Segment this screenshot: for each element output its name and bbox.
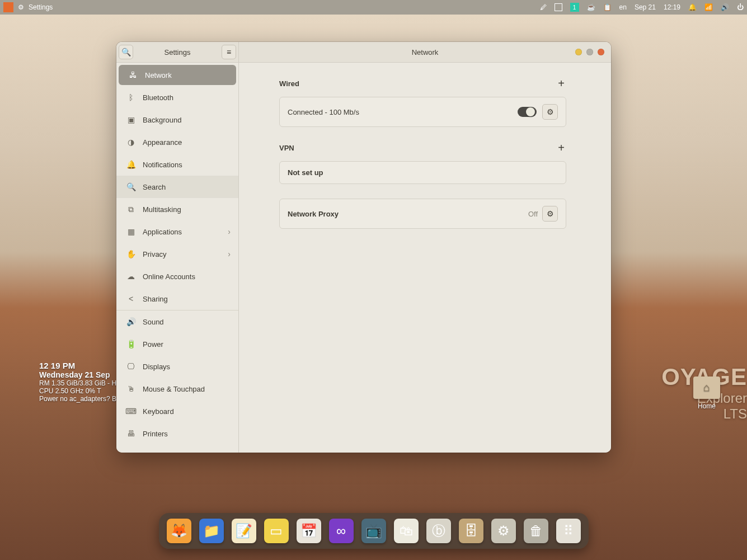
sidebar-item-label: Notifications xyxy=(143,161,182,169)
sidebar-item-bluetooth[interactable]: ᛒBluetooth xyxy=(116,86,238,109)
panel-app-label[interactable]: Settings xyxy=(29,3,53,11)
sidebar-item-label: Bluetooth xyxy=(143,93,173,102)
dock-app-software[interactable]: 🛍 xyxy=(394,519,419,543)
dock-app-videos[interactable]: 📺 xyxy=(361,519,386,543)
dock-app-trash[interactable]: 🗑 xyxy=(524,519,548,543)
sidebar-header: 🔍 Settings ≡ xyxy=(116,42,238,63)
sidebar-item-label: Sound xyxy=(143,318,164,326)
wired-add-button[interactable]: + xyxy=(556,77,566,90)
sidebar-item-label: Network xyxy=(145,71,172,79)
privacy-icon: ✋ xyxy=(126,250,136,258)
wired-toggle[interactable] xyxy=(518,107,537,117)
power-icon[interactable]: ⏻ xyxy=(737,3,744,11)
sidebar-item-keyboard[interactable]: ⌨Keyboard xyxy=(116,400,238,422)
panel-time[interactable]: 12:19 xyxy=(664,3,680,11)
multitasking-icon: ⧉ xyxy=(126,205,136,214)
gear-icon: ⚙ xyxy=(547,107,554,116)
online-accounts-icon: ☁ xyxy=(126,272,136,281)
sidebar-item-appearance[interactable]: ◑Appearance xyxy=(116,131,238,153)
keyboard-lang[interactable]: en xyxy=(619,3,627,11)
settings-sidebar: 🔍 Settings ≡ 🖧NetworkᛒBluetooth▣Backgrou… xyxy=(116,42,239,453)
wired-status-label: Connected - 100 Mb/s xyxy=(288,108,518,116)
dock-app-apps[interactable]: ⠿ xyxy=(556,519,581,543)
dock-app-archive[interactable]: 🗄 xyxy=(459,519,483,543)
dock: 🦊📁📝▭📅∞📺🛍ⓑ🗄⚙🗑⠿ xyxy=(159,513,589,549)
screenshot-icon[interactable] xyxy=(555,3,562,11)
sidebar-item-network[interactable]: 🖧Network xyxy=(119,65,236,85)
widget-time: 12 19 PM xyxy=(39,361,122,370)
printers-icon: 🖶 xyxy=(126,429,136,438)
caffeine-icon[interactable]: ☕ xyxy=(587,3,595,11)
search-icon: 🔍 xyxy=(126,182,136,191)
volume-icon[interactable]: 🔊 xyxy=(721,3,729,11)
main-title: Network xyxy=(412,48,439,57)
chevron-right-icon: › xyxy=(228,250,231,258)
sidebar-item-multitasking[interactable]: ⧉Multitasking xyxy=(116,198,238,220)
clipboard-icon[interactable]: 📋 xyxy=(603,3,612,11)
widget-power: Power no ac_adapters? Bat xyxy=(39,395,122,403)
activities-icon[interactable] xyxy=(3,2,13,12)
mouse-touchpad-icon: 🖱 xyxy=(126,384,136,393)
sidebar-item-mouse-touchpad[interactable]: 🖱Mouse & Touchpad xyxy=(116,378,238,400)
sidebar-item-label: Printers xyxy=(143,430,168,438)
window-controls xyxy=(575,49,604,55)
sidebar-menu-button[interactable]: ≡ xyxy=(222,45,236,59)
sidebar-item-sharing[interactable]: <Sharing xyxy=(116,288,238,310)
panel-date[interactable]: Sep 21 xyxy=(635,3,656,11)
settings-window: 🔍 Settings ≡ 🖧NetworkᛒBluetooth▣Backgrou… xyxy=(116,42,611,453)
settings-main-pane: Network Wired + Connected - 100 Mb/s ⚙ V… xyxy=(239,42,611,453)
background-icon: ▣ xyxy=(126,115,136,124)
sidebar-item-notifications[interactable]: 🔔Notifications xyxy=(116,153,238,176)
network-icon[interactable]: 📶 xyxy=(704,3,713,11)
dock-app-text-editor[interactable]: 📝 xyxy=(232,519,256,543)
dock-app-browser[interactable]: ⓑ xyxy=(426,519,451,543)
dock-app-eye[interactable]: ∞ xyxy=(329,519,354,543)
bluetooth-icon: ᛒ xyxy=(126,93,136,102)
proxy-row[interactable]: Network Proxy Off ⚙ xyxy=(279,199,566,229)
dock-app-firefox[interactable]: 🦊 xyxy=(167,519,191,543)
notification-icon[interactable]: 🔔 xyxy=(688,3,697,11)
sidebar-item-displays[interactable]: 🖵Displays xyxy=(116,355,238,378)
notifications-icon: 🔔 xyxy=(126,160,136,169)
dock-app-files[interactable]: 📁 xyxy=(199,519,224,543)
vpn-row: Not set up xyxy=(279,161,566,184)
sidebar-item-online-accounts[interactable]: ☁Online Accounts xyxy=(116,265,238,288)
sidebar-item-power[interactable]: 🔋Power xyxy=(116,333,238,355)
hamburger-icon: ≡ xyxy=(227,48,231,57)
wired-section-head: Wired + xyxy=(279,77,566,90)
sidebar-item-sound[interactable]: 🔊Sound xyxy=(116,310,238,333)
sidebar-item-label: Background xyxy=(143,116,181,124)
workspace-indicator[interactable]: 1 xyxy=(570,3,579,12)
home-label: Home xyxy=(692,402,722,410)
indicator-icon[interactable]: 🖉 xyxy=(540,3,547,11)
sidebar-item-label: Applications xyxy=(143,228,182,236)
proxy-title-label: Network Proxy xyxy=(288,210,528,218)
chevron-right-icon: › xyxy=(228,227,231,236)
sidebar-item-label: Privacy xyxy=(143,250,167,258)
dock-app-calendar[interactable]: 📅 xyxy=(297,519,321,543)
sidebar-item-search[interactable]: 🔍Search xyxy=(116,176,238,198)
sidebar-search-button[interactable]: 🔍 xyxy=(119,45,133,59)
sidebar-item-label: Multitasking xyxy=(143,205,181,214)
sidebar-item-applications[interactable]: ▦Applications› xyxy=(116,220,238,243)
proxy-settings-button[interactable]: ⚙ xyxy=(542,206,558,222)
vpn-add-button[interactable]: + xyxy=(556,142,566,154)
window-minimize-button[interactable] xyxy=(575,49,582,55)
window-close-button[interactable] xyxy=(598,49,604,55)
sidebar-item-printers[interactable]: 🖶Printers xyxy=(116,422,238,445)
sidebar-item-label: Mouse & Touchpad xyxy=(143,385,205,393)
sidebar-item-privacy[interactable]: ✋Privacy› xyxy=(116,243,238,265)
displays-icon: 🖵 xyxy=(126,362,136,371)
folder-icon xyxy=(693,377,720,399)
wired-connection-row[interactable]: Connected - 100 Mb/s ⚙ xyxy=(279,97,566,127)
sidebar-item-background[interactable]: ▣Background xyxy=(116,109,238,131)
dock-app-notes[interactable]: ▭ xyxy=(264,519,289,543)
gear-icon: ⚙ xyxy=(18,3,24,11)
window-maximize-button[interactable] xyxy=(586,49,593,55)
wired-settings-button[interactable]: ⚙ xyxy=(542,104,558,120)
power-icon: 🔋 xyxy=(126,340,136,349)
sidebar-item-label: Search xyxy=(143,183,166,191)
appearance-icon: ◑ xyxy=(126,138,136,147)
desktop-home-icon[interactable]: Home xyxy=(692,377,722,410)
dock-app-settings[interactable]: ⚙ xyxy=(491,519,516,543)
